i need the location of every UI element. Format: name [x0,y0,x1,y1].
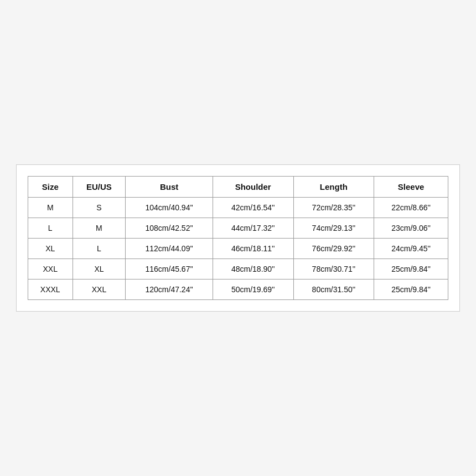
column-header-bust: Bust [126,177,213,198]
table-cell-r4-c5: 25cm/9.84'' [374,280,448,300]
table-cell-r2-c1: L [73,239,126,259]
table-cell-r4-c3: 50cm/19.69'' [213,280,293,300]
column-header-eu/us: EU/US [73,177,126,198]
table-header-row: SizeEU/USBustShoulderLengthSleeve [28,177,448,198]
table-cell-r2-c4: 76cm/29.92'' [293,239,374,259]
table-row: LM108cm/42.52''44cm/17.32''74cm/29.13''2… [28,218,448,239]
table-row: XLL112cm/44.09''46cm/18.11''76cm/29.92''… [28,239,448,259]
table-cell-r4-c4: 80cm/31.50'' [293,280,374,300]
column-header-size: Size [28,177,73,198]
table-cell-r0-c5: 22cm/8.66'' [374,198,448,218]
table-cell-r4-c1: XXL [73,280,126,300]
column-header-shoulder: Shoulder [213,177,293,198]
table-cell-r3-c3: 48cm/18.90'' [213,259,293,280]
table-cell-r3-c4: 78cm/30.71'' [293,259,374,280]
column-header-length: Length [293,177,374,198]
table-cell-r0-c4: 72cm/28.35'' [293,198,374,218]
table-cell-r1-c0: L [28,218,73,239]
table-cell-r1-c4: 74cm/29.13'' [293,218,374,239]
table-cell-r3-c2: 116cm/45.67'' [126,259,213,280]
table-cell-r1-c2: 108cm/42.52'' [126,218,213,239]
table-cell-r2-c2: 112cm/44.09'' [126,239,213,259]
table-cell-r3-c5: 25cm/9.84'' [374,259,448,280]
size-chart-table: SizeEU/USBustShoulderLengthSleeve MS104c… [28,176,448,300]
table-row: XXXLXXL120cm/47.24''50cm/19.69''80cm/31.… [28,280,448,300]
table-cell-r1-c3: 44cm/17.32'' [213,218,293,239]
table-cell-r2-c3: 46cm/18.11'' [213,239,293,259]
column-header-sleeve: Sleeve [374,177,448,198]
table-cell-r1-c1: M [73,218,126,239]
table-cell-r3-c1: XL [73,259,126,280]
table-row: XXLXL116cm/45.67''48cm/18.90''78cm/30.71… [28,259,448,280]
table-cell-r1-c5: 23cm/9.06'' [374,218,448,239]
table-cell-r4-c2: 120cm/47.24'' [126,280,213,300]
table-cell-r0-c1: S [73,198,126,218]
table-cell-r3-c0: XXL [28,259,73,280]
table-cell-r0-c3: 42cm/16.54'' [213,198,293,218]
table-cell-r0-c0: M [28,198,73,218]
table-body: MS104cm/40.94''42cm/16.54''72cm/28.35''2… [28,198,448,300]
table-cell-r4-c0: XXXL [28,280,73,300]
table-cell-r2-c0: XL [28,239,73,259]
size-chart-container: SizeEU/USBustShoulderLengthSleeve MS104c… [16,164,460,312]
table-cell-r0-c2: 104cm/40.94'' [126,198,213,218]
table-row: MS104cm/40.94''42cm/16.54''72cm/28.35''2… [28,198,448,218]
table-cell-r2-c5: 24cm/9.45'' [374,239,448,259]
